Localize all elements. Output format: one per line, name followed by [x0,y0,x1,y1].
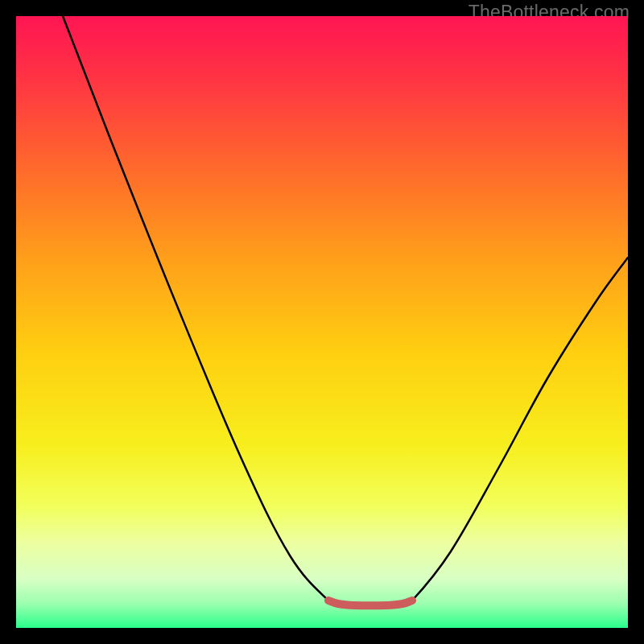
chart-container: TheBottleneck.com [0,0,644,644]
optimal-flat-region [328,601,412,605]
bottleneck-curve [63,16,628,605]
plot-area [16,16,628,628]
curve-layer [16,16,628,628]
